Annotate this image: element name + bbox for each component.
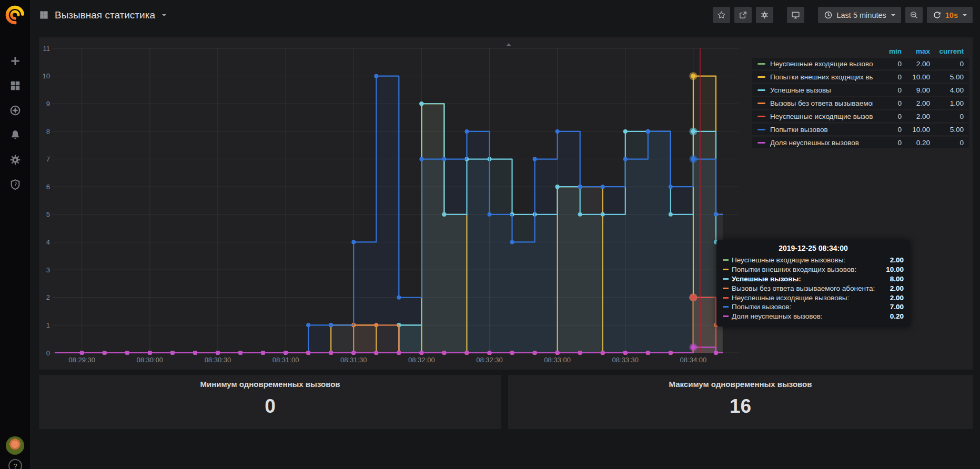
legend-current-value: 4.00 — [930, 86, 964, 94]
svg-text:08:33:00: 08:33:00 — [544, 356, 571, 364]
alerting-bell-icon[interactable] — [9, 129, 22, 141]
legend-max-value: 2.00 — [902, 113, 930, 120]
time-range-caret-icon — [891, 14, 895, 16]
legend-min-value: 0 — [873, 86, 902, 94]
series-color-dash — [723, 297, 729, 299]
legend-row[interactable]: Успешные вызовы 0 9.00 4.00 — [752, 84, 969, 96]
tooltip-timestamp: 2019-12-25 08:34:00 — [723, 244, 904, 252]
legend-series-label[interactable]: Неуспешные входящие вызововы — [770, 60, 873, 68]
graph-tooltip: 2019-12-25 08:34:00 Неуспешные входящие … — [716, 240, 910, 327]
series-color-swatch — [757, 76, 765, 78]
legend-current-value: 1.00 — [930, 99, 964, 107]
svg-text:5: 5 — [46, 210, 50, 218]
stat-panel-title[interactable]: Максимум одновременных вызовов — [669, 380, 812, 389]
legend-max-value: 2.00 — [902, 99, 930, 107]
legend-series-label[interactable]: Попытки вызовов — [770, 126, 873, 134]
legend-col-current[interactable]: current — [930, 47, 964, 55]
legend-current-value: 0 — [930, 139, 964, 147]
share-dashboard-button[interactable] — [734, 7, 752, 23]
svg-text:4: 4 — [46, 238, 50, 246]
configuration-gear-icon[interactable] — [9, 154, 22, 166]
tooltip-series-label: Доля неуспешных вызовов: — [732, 312, 823, 320]
legend-row[interactable]: Попытки вызовов 0 10.00 5.00 — [752, 124, 969, 135]
svg-text:08:34:00: 08:34:00 — [680, 356, 707, 364]
svg-text:11: 11 — [43, 45, 50, 53]
tooltip-series-label: Успешные вызовы: — [732, 275, 801, 283]
legend-row[interactable]: Неуспешные исходящие вызововы 0 2.00 0 — [752, 110, 969, 122]
svg-text:1: 1 — [46, 321, 50, 329]
legend-max-value: 10.00 — [902, 73, 930, 81]
legend-row[interactable]: Доля неуспешных вызовов 0 0.20 0 — [752, 137, 969, 148]
help-glyph: ? — [13, 462, 17, 469]
left-sidebar: ? — [0, 0, 30, 469]
refresh-picker[interactable]: 10s — [927, 7, 973, 23]
legend-min-value: 0 — [873, 113, 902, 120]
legend-min-value: 0 — [873, 73, 902, 81]
series-color-swatch — [757, 129, 765, 130]
topbar-actions: Last 5 minutes 10s — [713, 7, 980, 23]
legend-current-value: 0 — [930, 113, 964, 120]
legend-series-label[interactable]: Неуспешные исходящие вызововы — [770, 113, 873, 120]
series-color-dash — [723, 278, 729, 280]
legend-current-value: 0 — [930, 60, 964, 68]
series-color-swatch — [757, 116, 765, 117]
legend-min-value: 0 — [873, 99, 902, 107]
legend-col-min[interactable]: min — [873, 47, 902, 55]
dashboard-title-dropdown[interactable]: Вызывная статистика — [39, 9, 166, 21]
legend-max-value: 10.00 — [902, 126, 930, 134]
stat-panel-title[interactable]: Минимум одновременных вызовов — [200, 380, 340, 389]
legend-row[interactable]: Вызовы без ответа вызываемого абонента 0… — [752, 97, 969, 109]
grafana-logo[interactable] — [4, 4, 26, 26]
tooltip-series-value: 7.00 — [890, 303, 904, 311]
tooltip-series-row: Попытки внешних входящих вызовов: 10.00 — [723, 265, 904, 274]
svg-text:08:31:00: 08:31:00 — [272, 356, 299, 364]
tooltip-series-label: Попытки вызовов: — [732, 303, 791, 311]
svg-text:2: 2 — [46, 293, 50, 301]
refresh-caret-icon — [963, 14, 967, 16]
legend-series-label[interactable]: Попытки внешних входящих вызовов — [770, 73, 873, 81]
series-color-dash — [723, 259, 729, 261]
help-icon[interactable]: ? — [8, 459, 22, 469]
tooltip-series-value: 2.00 — [890, 256, 904, 264]
server-admin-shield-icon[interactable] — [9, 178, 22, 191]
page-title: Вызывная статистика — [55, 9, 155, 21]
cycle-view-mode-button[interactable] — [787, 7, 804, 23]
refresh-icon — [933, 11, 942, 19]
svg-text:08:30:30: 08:30:30 — [205, 356, 231, 364]
series-color-swatch — [757, 142, 765, 144]
legend-series-label[interactable]: Вызовы без ответа вызываемого абонента — [770, 99, 873, 107]
user-avatar[interactable] — [6, 436, 24, 455]
legend-col-max[interactable]: max — [902, 47, 930, 55]
tooltip-series-label: Попытки внешних входящих вызовов: — [732, 266, 856, 273]
svg-text:10: 10 — [43, 72, 50, 80]
svg-text:08:29:30: 08:29:30 — [68, 356, 95, 364]
tooltip-series-row: Попытки вызовов: 7.00 — [723, 302, 904, 312]
dashboards-icon[interactable] — [9, 79, 22, 92]
legend-series-label[interactable]: Успешные вызовы — [770, 86, 873, 94]
svg-text:08:32:30: 08:32:30 — [476, 356, 503, 364]
time-range-picker[interactable]: Last 5 minutes — [818, 7, 901, 23]
stat-panel-value: 16 — [730, 395, 751, 417]
tooltip-series-row: Вызовы без ответа вызываемого абонента: … — [723, 283, 904, 293]
legend-series-label[interactable]: Доля неуспешных вызовов — [770, 139, 873, 147]
stat-panel-value: 0 — [265, 395, 276, 417]
svg-text:08:33:30: 08:33:30 — [612, 356, 639, 364]
series-color-dash — [723, 315, 729, 317]
star-dashboard-button[interactable] — [713, 7, 730, 23]
grafana-dashboard: { "topbar": { "title": "Вызывная статист… — [0, 0, 980, 469]
zoom-out-time-button[interactable] — [905, 7, 923, 23]
plus-icon[interactable] — [9, 55, 22, 67]
dashboard-settings-button[interactable] — [756, 7, 773, 23]
graph-canvas[interactable]: 0123456789101108:29:3008:30:0008:30:3008… — [39, 37, 748, 370]
svg-text:0: 0 — [46, 349, 50, 357]
series-color-dash — [723, 306, 729, 308]
legend-row[interactable]: Неуспешные входящие вызововы 0 2.00 0 — [752, 58, 969, 69]
legend-min-value: 0 — [873, 139, 902, 147]
explore-compass-icon[interactable] — [9, 104, 22, 117]
svg-text:8: 8 — [46, 127, 50, 135]
legend-row[interactable]: Попытки внешних входящих вызовов 0 10.00… — [752, 71, 969, 83]
legend-max-value: 2.00 — [902, 60, 930, 68]
stat-panel-max-calls: Максимум одновременных вызовов 16 — [508, 375, 973, 429]
svg-text:08:30:00: 08:30:00 — [136, 356, 163, 364]
svg-text:08:32:00: 08:32:00 — [408, 356, 435, 364]
